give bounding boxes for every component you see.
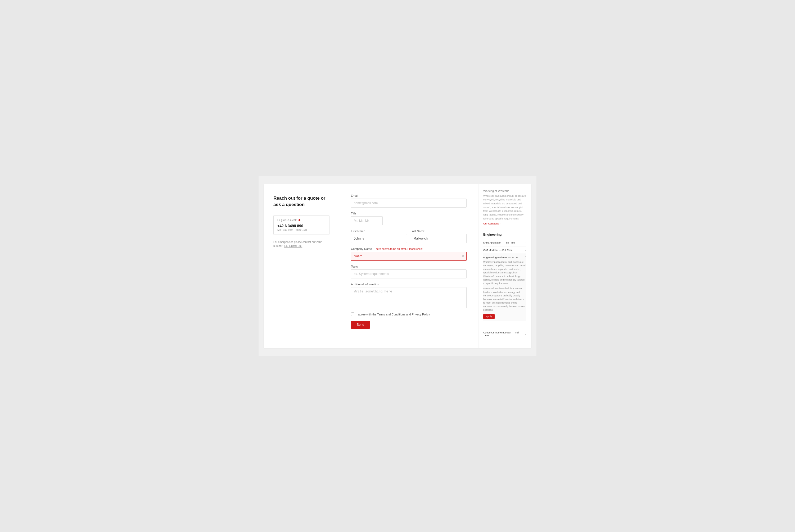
our-company-link[interactable]: Our Company › xyxy=(483,222,501,225)
divider1 xyxy=(483,229,526,229)
terms-checkbox[interactable] xyxy=(351,312,354,316)
topic-input[interactable] xyxy=(351,269,467,279)
page-container: Reach out for a quote or ask a question … xyxy=(258,176,537,356)
last-name-input[interactable] xyxy=(411,234,467,243)
call-label: Or give us a call: xyxy=(277,219,326,222)
additional-row: Additional Information xyxy=(351,283,467,308)
job-expanded-content: Wherever packaged or bulk goods are conv… xyxy=(483,261,526,319)
company-input-wrapper: ✕ xyxy=(351,252,467,261)
name-row: First Name Last Name xyxy=(351,229,467,247)
job-desc-2: Westeria® Fördertechnik is a market lead… xyxy=(483,287,526,312)
email-input[interactable] xyxy=(351,198,467,208)
terms-text: I agree with the Terms and Conditions an… xyxy=(357,313,430,316)
title-input[interactable] xyxy=(351,216,383,225)
company-error: There seems to be an error. Please check xyxy=(374,247,423,250)
company-clear-button[interactable]: ✕ xyxy=(462,254,465,258)
terms-row: I agree with the Terms and Conditions an… xyxy=(351,312,467,316)
apply-button[interactable]: Apply xyxy=(483,314,495,319)
engineering-heading: Engineering xyxy=(483,233,526,236)
job-item-2[interactable]: CAT Modeller — Full Time ⌄ xyxy=(483,246,526,254)
topic-row: Topic xyxy=(351,265,467,279)
job-title-1: Knife Applicator — Full Time xyxy=(483,241,515,244)
chevron-icon-2: ⌄ xyxy=(524,249,526,251)
job-title-2: CAT Modeller — Full Time xyxy=(483,249,512,251)
section1-intro: Wherever packaged or bulk goods are conv… xyxy=(483,194,526,221)
job-title-4: Conveyor Mathematician — Full Time xyxy=(483,331,524,337)
call-box: Or give us a call: +42 6 3498 890 Mo - S… xyxy=(273,215,329,235)
email-row: Email xyxy=(351,194,467,208)
form-panel: Email Title First Name Last Name xyxy=(339,184,478,348)
left-panel: Reach out for a quote or ask a question … xyxy=(264,184,339,348)
divider2 xyxy=(483,325,526,325)
page-heading: Reach out for a quote or ask a question xyxy=(273,195,329,208)
last-name-label: Last Name xyxy=(411,229,467,233)
main-card: Reach out for a quote or ask a question … xyxy=(264,184,531,348)
first-name-row: First Name xyxy=(351,229,407,243)
right-panel: Working at Westeria Wherever packaged or… xyxy=(478,184,531,348)
last-name-row: Last Name xyxy=(411,229,467,243)
job-title-row-4: Conveyor Mathematician — Full Time ⌄ xyxy=(483,331,526,337)
title-label: Title xyxy=(351,212,467,215)
email-label: Email xyxy=(351,194,467,197)
job-item-1[interactable]: Knife Applicator — Full Time ⌄ xyxy=(483,239,526,246)
emergency-link[interactable]: +42 6 8494 000 xyxy=(284,245,302,247)
company-label: Company Name xyxy=(351,247,372,250)
job-desc-1: Wherever packaged or bulk goods are conv… xyxy=(483,261,526,286)
first-name-input[interactable] xyxy=(351,234,407,243)
emergency-text: For emergencies please contact our 24hr … xyxy=(273,240,329,248)
job-title-row-3: Engineering Assistant — 32 hrs ⌄ xyxy=(483,256,526,259)
job-title-row-2: CAT Modeller — Full Time ⌄ xyxy=(483,249,526,251)
chevron-icon-4: ⌄ xyxy=(524,332,526,335)
phone-number[interactable]: +42 6 3498 890 xyxy=(277,224,326,228)
job-item-3[interactable]: Engineering Assistant — 32 hrs ⌄ Whereve… xyxy=(483,254,526,321)
section1-title: Working at Westeria xyxy=(483,189,526,192)
title-row: Title xyxy=(351,212,467,225)
topic-label: Topic xyxy=(351,265,467,268)
privacy-policy-link[interactable]: Privacy Policy xyxy=(412,313,430,316)
hours-text: Mo - Sa, 9am - 6pm GMT xyxy=(277,228,326,231)
company-label-row: Company Name There seems to be an error.… xyxy=(351,247,467,250)
job-title-row-1: Knife Applicator — Full Time ⌄ xyxy=(483,241,526,244)
chevron-icon-1: ⌄ xyxy=(524,241,526,244)
additional-textarea[interactable] xyxy=(351,287,467,308)
company-input[interactable] xyxy=(351,252,467,261)
company-row: Company Name There seems to be an error.… xyxy=(351,247,467,261)
send-button[interactable]: Send xyxy=(351,321,370,329)
additional-label: Additional Information xyxy=(351,283,467,286)
job-item-4[interactable]: Conveyor Mathematician — Full Time ⌄ xyxy=(483,329,526,339)
first-name-label: First Name xyxy=(351,229,407,233)
call-dot xyxy=(299,219,300,221)
terms-conditions-link[interactable]: Terms and Conditions xyxy=(377,313,406,316)
job-title-3: Engineering Assistant — 32 hrs xyxy=(483,256,519,259)
chevron-icon-3: ⌄ xyxy=(524,256,526,259)
